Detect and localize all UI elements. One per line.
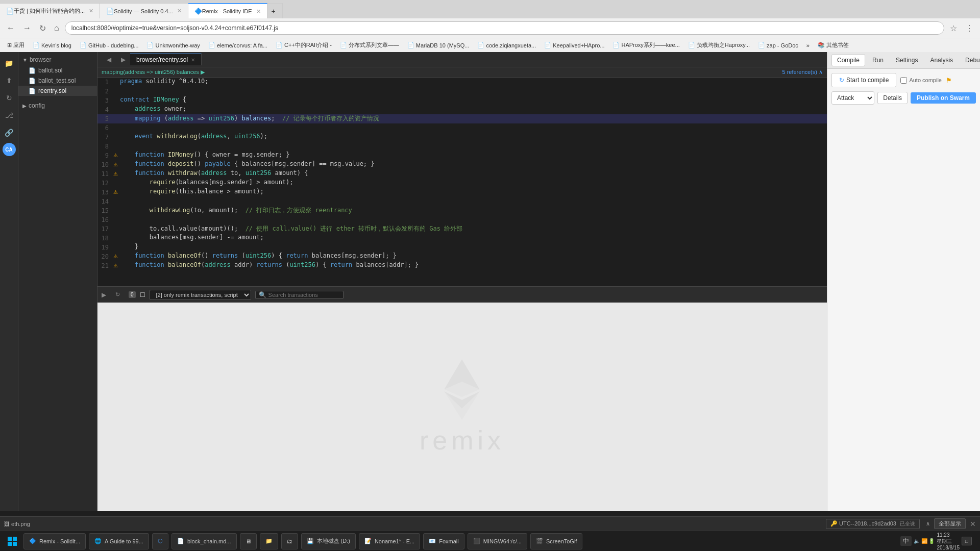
tx-search-input[interactable] [268, 292, 340, 298]
code-line-8: 8 [97, 142, 827, 151]
bookmark-eleme[interactable]: 📄 eleme/corvus: A fa... [205, 41, 271, 49]
file-ballot[interactable]: 📄 ballot.sol [18, 65, 97, 76]
taskbar-app-drive-icon: 💾 [307, 538, 314, 544]
ethereum-logo [431, 359, 493, 420]
taskbar-app-guide[interactable]: 🌐 A Guide to 99... [89, 533, 149, 549]
tab-2[interactable]: 📄 Solidity — Solidity 0.4... ✕ [100, 3, 188, 18]
bookmark-more[interactable]: » [803, 41, 813, 49]
tab-3[interactable]: 🔷 Remix - Solidity IDE ✕ [188, 3, 267, 18]
code-9: function IDMoney() { owner = msg.sender;… [120, 151, 827, 158]
bookmark-mariadb[interactable]: 📄 MariaDB 10 (MySQ... [404, 41, 473, 49]
bookmark-kevin[interactable]: 📄 Kevin's blog [30, 41, 75, 49]
reload-button[interactable]: ↻ [37, 22, 48, 34]
editor-breadcrumb: mapping(address => uint256) balances ▶ 5… [97, 67, 827, 78]
bookmark-distributed[interactable]: 📄 分布式系列文章—— [337, 40, 402, 50]
bookmark-haproxy2[interactable]: 📄 负载均衡之Haproxy... [685, 40, 753, 50]
close-notify-button[interactable]: ✕ [970, 520, 976, 528]
bookmark-haproxy1[interactable]: 📄 HAProxy系列——kee... [609, 40, 682, 50]
forward-button[interactable]: → [20, 22, 34, 34]
browser-section-header[interactable]: ▼ browser [18, 54, 97, 65]
analysis-tab[interactable]: Analysis [925, 55, 958, 66]
taskbar-app-vscode[interactable]: ⬡ [152, 533, 168, 549]
tx-expand[interactable]: ▶ [102, 291, 106, 298]
file-reentry[interactable]: 📄 reentry.sol [18, 86, 97, 96]
bookmark-unknwon[interactable]: 📄 Unknwon/the-way [143, 41, 203, 49]
folder-icon[interactable]: 📁 [2, 56, 16, 70]
tab-1[interactable]: 📄 干货 | 如何审计智能合约的... ✕ [0, 3, 100, 18]
run-tab[interactable]: Run [867, 55, 889, 66]
code-3: contract IDMoney { [120, 96, 827, 103]
settings-icon[interactable]: ⋮ [963, 22, 976, 34]
taskbar-app-folder2[interactable]: 🗂 [281, 533, 298, 549]
bookmark-star[interactable]: ☆ [947, 22, 960, 34]
tab-2-close[interactable]: ✕ [177, 8, 182, 14]
home-button[interactable]: ⌂ [52, 22, 62, 34]
bookmark-keepalived[interactable]: 📄 Keepalived+HApro... [541, 41, 607, 49]
debugger-tab[interactable]: Debugger [960, 55, 980, 66]
taskbar-app-drive[interactable]: 💾 本地磁盘 (D:) [301, 533, 356, 549]
references-label[interactable]: 5 reference(s) ∧ [782, 69, 823, 76]
bookmark-github[interactable]: 📄 GitHub - dudebing... [77, 41, 141, 49]
git-icon[interactable]: ⎇ [2, 108, 16, 122]
details-button[interactable]: Details [877, 92, 908, 104]
taskbar-app-remix-label: Remix - Solidit... [39, 538, 80, 544]
browser-chrome: 📄 干货 | 如何审计智能合约的... ✕ 📄 Solidity — Solid… [0, 0, 980, 52]
taskbar-app-files[interactable]: 📁 [260, 533, 278, 549]
refresh-icon[interactable]: ↻ [2, 91, 16, 105]
start-button[interactable] [4, 533, 20, 549]
taskbar-app-monitor[interactable]: 🖥 [240, 533, 257, 549]
show-desktop-button[interactable]: □ [962, 537, 972, 545]
tab-1-close[interactable]: ✕ [89, 8, 93, 14]
upload-icon[interactable]: ⬆ [2, 73, 16, 88]
line-num-11: 11 [97, 169, 112, 179]
code-21: function balanceOf(address addr) returns… [120, 261, 827, 268]
remix-brand-text: remix [420, 425, 505, 456]
taskbar-app-remix[interactable]: 🔷 Remix - Solidit... [23, 533, 86, 549]
tx-checkbox[interactable]: ☐ [140, 291, 145, 298]
code-line-1: 1 pragma solidity ^0.4.10; [97, 78, 827, 87]
code-13: require(this.balance > amount); [120, 188, 827, 195]
bookmarks-bar: ⊞ 应用 📄 Kevin's blog 📄 GitHub - dudebing.… [0, 38, 980, 52]
ca-badge[interactable]: CA [3, 143, 16, 156]
auto-compile-checkbox[interactable] [900, 77, 907, 84]
compile-tab[interactable]: Compile [831, 54, 865, 66]
taskbar-app-noname[interactable]: 📝 Noname1* - E... [359, 533, 420, 549]
svg-rect-5 [13, 537, 17, 541]
code-line-11: 11 ⚠ function withdraw(address to, uint2… [97, 169, 827, 179]
bookmark-zap[interactable]: 📄 zap - GoDoc [755, 41, 801, 49]
back-button[interactable]: ← [4, 22, 17, 34]
address-input[interactable] [65, 21, 944, 35]
config-section-header[interactable]: ▶ config [18, 100, 97, 111]
tab-bar: 📄 干货 | 如何审计智能合约的... ✕ 📄 Solidity — Solid… [0, 0, 980, 18]
nav-forward[interactable]: ▶ [116, 53, 130, 67]
code-scroll-area[interactable]: 1 pragma solidity ^0.4.10; 2 3 c [97, 78, 827, 286]
editor-tab-reentry[interactable]: browser/reentry.sol ✕ [130, 54, 202, 65]
taskbar-app-screentogif[interactable]: 🎬 ScreenToGif [530, 533, 583, 549]
line-num-9: 9 [97, 151, 112, 160]
editor-tab-close[interactable]: ✕ [191, 57, 195, 63]
bookmark-code[interactable]: 📄 code.ziqiangxueta... [474, 41, 539, 49]
tab-3-label: Remix - Solidity IDE [202, 8, 252, 14]
link-icon[interactable]: 🔗 [2, 126, 16, 140]
start-compile-button[interactable]: ↻ Start to compile [831, 73, 896, 87]
tx-refresh[interactable]: ↻ [110, 288, 125, 302]
publish-on-swarm-button[interactable]: Publish on Swarm [911, 92, 976, 104]
show-all-button[interactable]: 全部显示 [934, 518, 966, 529]
line-num-15: 15 [97, 206, 112, 215]
code-line-4: 4 address owner; [97, 105, 827, 114]
tx-filter-select[interactable]: [2] only remix transactions, script [150, 290, 251, 300]
contract-select[interactable]: Attack [831, 91, 874, 105]
tab-3-close[interactable]: ✕ [256, 8, 261, 15]
file-ballot-test[interactable]: 📄 ballot_test.sol [18, 76, 97, 86]
taskbar-app-foxmail[interactable]: 📧 Foxmail [423, 533, 464, 549]
bookmark-other[interactable]: 📚 其他书签 [815, 40, 852, 50]
taskbar-app-monitor-icon: 🖥 [246, 538, 251, 544]
line-num-8: 8 [97, 142, 112, 151]
tab-new[interactable]: + [267, 3, 283, 18]
bookmark-cpp[interactable]: 📄 C++中的RAII介绍 - [273, 40, 335, 50]
bookmark-apps[interactable]: ⊞ 应用 [4, 40, 28, 50]
settings-tab[interactable]: Settings [891, 55, 923, 66]
taskbar-app-blockchain[interactable]: 📄 block_chain.md... [172, 533, 237, 549]
taskbar-app-mingw[interactable]: ⬛ MINGW64:/c/... [468, 533, 527, 549]
nav-back[interactable]: ◀ [102, 53, 116, 67]
